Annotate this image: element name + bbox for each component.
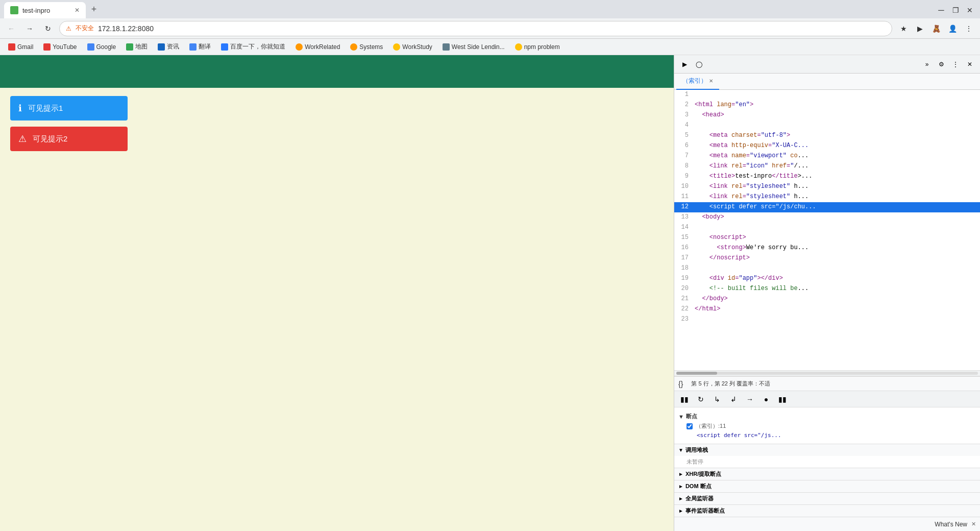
devtools-tab-index[interactable]: （索引） ✕: [676, 74, 719, 90]
back-button[interactable]: ←: [4, 21, 18, 36]
alert-warning-text: 可见提示2: [33, 134, 67, 144]
bookmark-workrelated[interactable]: WorkRelated: [291, 42, 344, 52]
info-icon: ℹ: [18, 103, 22, 114]
bookmark-baidu-label: 百度一下，你就知道: [230, 42, 285, 51]
tab-close-icon[interactable]: ✕: [75, 7, 80, 14]
deactivate-breakpoints-icon[interactable]: ●: [760, 393, 772, 405]
code-line: 10 <link rel="stylesheet" h...: [674, 182, 980, 192]
close-button[interactable]: ✕: [964, 4, 976, 16]
breakpoints-panel: ▼ 断点 （索引）:11 <script defer src="/js...: [674, 407, 980, 444]
bookmark-google-label: Google: [96, 43, 116, 51]
bookmark-systems[interactable]: Systems: [346, 42, 387, 52]
devtools-status-bar: {} 第 5 行，第 22 列 覆盖率：不适: [674, 376, 980, 391]
webpage-content: ℹ 可见提示1 ⚠ 可见提示2: [0, 55, 674, 531]
status-line-col: 第 5 行，第 22 列 覆盖率：不适: [691, 380, 770, 388]
code-line: 1: [674, 90, 980, 100]
bookmark-maps[interactable]: 地图: [122, 41, 152, 52]
whats-new-close-icon[interactable]: ✕: [971, 521, 976, 527]
bookmark-workstudy[interactable]: WorkStudy: [389, 42, 436, 52]
step-over-icon[interactable]: ↻: [695, 393, 707, 405]
minimize-button[interactable]: ─: [935, 4, 947, 16]
event-chevron-icon: ►: [678, 508, 683, 514]
bookmark-npmproblem-label: npm problem: [524, 43, 560, 51]
event-listener-breakpoints-section: ► 事件监听器断点: [674, 504, 980, 517]
devtools-code-area[interactable]: 1 2 <html lang="en"> 3 <head> 4 5: [674, 90, 980, 370]
devtools-tab-index-label: （索引）: [682, 77, 707, 85]
maps-icon: [126, 43, 133, 51]
code-line: 11 <link rel="stylesheet" h...: [674, 192, 980, 202]
step-icon[interactable]: →: [744, 393, 756, 405]
devtools-more-icon[interactable]: ⋮: [949, 58, 962, 70]
dom-breakpoints-section: ► DOM 断点: [674, 480, 980, 492]
status-curly-brace-icon[interactable]: {}: [678, 380, 683, 388]
bookmark-star-icon[interactable]: ★: [896, 21, 911, 36]
device-toolbar-icon[interactable]: ◯: [693, 58, 705, 70]
global-listeners-section: ► 全局监听器: [674, 492, 980, 504]
pause-resume-icon[interactable]: ▮▮: [678, 393, 691, 405]
code-line: 16 <strong>We're sorry bu...: [674, 243, 980, 253]
step-into-icon[interactable]: ↳: [711, 393, 723, 405]
step-out-icon[interactable]: ↲: [727, 393, 740, 405]
xhr-breakpoints-label: XHR/提取断点: [685, 470, 721, 478]
screen-cast-icon[interactable]: ▶: [913, 21, 927, 36]
xhr-breakpoints-title[interactable]: ► XHR/提取断点: [674, 468, 980, 480]
forward-button[interactable]: →: [22, 21, 37, 36]
news-icon: [158, 43, 165, 51]
breakpoints-section: ▼ 断点 （索引）:11 <script defer src="/js...: [674, 409, 980, 442]
bookmark-workstudy-label: WorkStudy: [402, 43, 432, 51]
devtools-horizontal-scrollbar[interactable]: [674, 370, 980, 376]
google-icon: [87, 43, 94, 51]
breakpoints-title[interactable]: ▼ 断点: [678, 412, 976, 421]
bookmark-google[interactable]: Google: [83, 42, 120, 52]
user-profile-icon[interactable]: 👤: [945, 21, 960, 36]
bookmark-news[interactable]: 资讯: [154, 41, 183, 52]
address-bar[interactable]: ⚠ 不安全 172.18.1.22:8080: [59, 21, 892, 36]
global-listeners-title[interactable]: ► 全局监听器: [674, 493, 980, 504]
event-listener-breakpoints-label: 事件监听器断点: [685, 507, 725, 515]
code-line: 8 <link rel="icon" href="/...: [674, 161, 980, 172]
address-text: 172.18.1.22:8080: [98, 25, 886, 33]
event-listener-breakpoints-title[interactable]: ► 事件监听器断点: [674, 505, 980, 517]
bookmark-westsidelending[interactable]: West Side Lendin...: [438, 42, 509, 52]
bookmark-youtube-label: YouTube: [53, 43, 77, 51]
devtools-settings-icon[interactable]: ⚙: [935, 58, 947, 70]
reload-button[interactable]: ↻: [41, 21, 55, 36]
dom-breakpoints-label: DOM 断点: [685, 482, 712, 490]
westsidelending-icon: [443, 43, 450, 51]
menu-button[interactable]: ⋮: [962, 21, 976, 36]
xhr-breakpoints-section: ► XHR/提取断点: [674, 468, 980, 480]
code-line: 5 <meta charset="utf-8">: [674, 131, 980, 141]
devtools-tab-close-icon[interactable]: ✕: [709, 78, 713, 84]
alert-warning: ⚠ 可见提示2: [10, 127, 128, 151]
dom-breakpoints-title[interactable]: ► DOM 断点: [674, 480, 980, 492]
active-tab[interactable]: test-inpro ✕: [4, 2, 86, 18]
code-line: 19 <div id="app"></div>: [674, 274, 980, 284]
scrollbar-thumb[interactable]: [676, 372, 717, 375]
alerts-area: ℹ 可见提示1 ⚠ 可见提示2: [0, 88, 674, 159]
new-tab-button[interactable]: +: [87, 2, 101, 16]
restore-button[interactable]: ❐: [949, 4, 962, 16]
whats-new-label[interactable]: What's New: [935, 521, 967, 528]
breakpoint-checkbox[interactable]: [687, 423, 693, 429]
bookmark-translate[interactable]: 翻译: [185, 41, 215, 52]
more-panels-icon[interactable]: »: [921, 58, 933, 70]
call-stack-value: 未暂停: [674, 456, 980, 468]
call-stack-label: 调用堆栈: [685, 446, 708, 454]
bookmark-gmail[interactable]: Gmail: [4, 42, 37, 52]
call-stack-section: ▼ 调用堆栈 未暂停: [674, 444, 980, 468]
baidu-icon: [221, 43, 228, 51]
code-line: 18: [674, 263, 980, 274]
inspect-element-icon[interactable]: ▶: [678, 58, 691, 70]
call-stack-title[interactable]: ▼ 调用堆栈: [674, 444, 980, 456]
scrollbar-track: [676, 372, 978, 375]
bookmark-news-label: 资讯: [167, 42, 179, 51]
pause-exceptions-icon[interactable]: ▮▮: [776, 393, 789, 405]
extensions-icon[interactable]: 🧸: [929, 21, 943, 36]
code-line: 4: [674, 120, 980, 131]
bookmark-baidu[interactable]: 百度一下，你就知道: [217, 41, 289, 52]
code-line: 13 <body>: [674, 212, 980, 223]
bookmark-youtube[interactable]: YouTube: [39, 42, 81, 52]
bookmark-npmproblem[interactable]: npm problem: [511, 42, 564, 52]
breakpoint-item: （索引）:11: [678, 421, 976, 431]
devtools-close-icon[interactable]: ✕: [964, 58, 976, 70]
